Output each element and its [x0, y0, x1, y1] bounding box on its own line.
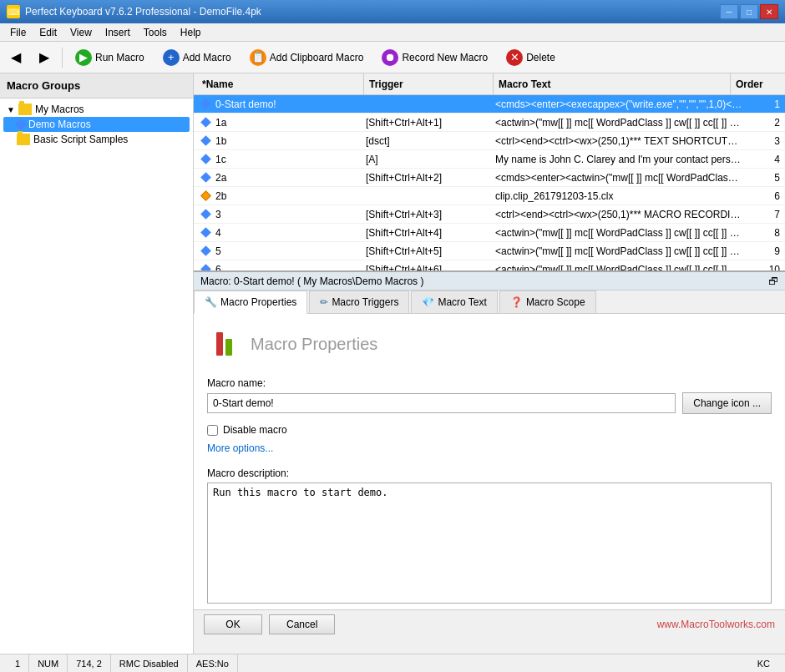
macro-name-7: 4 [215, 227, 221, 239]
delete-button[interactable]: ✕ Delete [499, 46, 563, 69]
macro-order-0: 1 [747, 99, 785, 110]
macro-order-9: 10 [747, 264, 785, 271]
forward-icon: ▶ [39, 49, 49, 65]
sidebar: Macro Groups ▼ My Macros Demo Macros Bas… [0, 73, 194, 654]
forward-button[interactable]: ▶ [32, 46, 57, 68]
menu-help[interactable]: Help [174, 25, 208, 40]
macro-row-3[interactable]: 1c [A] My name is John C. Clarey and I'm… [194, 150, 785, 169]
status-rmc: RMC Disabled [111, 654, 188, 672]
macro-row-0[interactable]: 0-Start demo! <cmds><enter><execappex>("… [194, 95, 785, 114]
panel-content: Macro Properties Macro name: Change icon… [194, 314, 785, 609]
macro-trigger-3: [A] [361, 154, 490, 165]
add-clipboard-icon: 📋 [250, 49, 266, 66]
add-clipboard-label: Add Clipboard Macro [270, 52, 364, 63]
macro-row-2[interactable]: 1b [dsct] <ctrl><end><ctrl><wx>(250,1)**… [194, 132, 785, 150]
macro-trigger-1: [Shift+Ctrl+Alt+1] [361, 117, 490, 129]
bottom-btns-left: OK Cancel [204, 614, 335, 634]
macro-order-7: 8 [747, 227, 785, 239]
menu-insert[interactable]: Insert [99, 25, 137, 40]
app-icon: ⌨ [7, 5, 20, 18]
menu-view[interactable]: View [63, 25, 99, 40]
macro-row-9[interactable]: 6 [Shift+Ctrl+Alt+6] <actwin>("mw[[ ]] m… [194, 260, 785, 270]
tab-macro-text[interactable]: 💎 Macro Text [411, 291, 497, 313]
col-header-order: Order [731, 73, 768, 94]
macro-trigger-2: [dsct] [361, 135, 490, 147]
add-clipboard-button[interactable]: 📋 Add Clipboard Macro [242, 46, 372, 69]
macro-row-5[interactable]: 2b clip.clip_261791203-15.clx 6 [194, 187, 785, 205]
cancel-button[interactable]: Cancel [269, 614, 335, 634]
change-icon-button[interactable]: Change icon ... [682, 392, 772, 414]
macro-text-7: <actwin>("mw[[ ]] mc[[ WordPadClass ]] c… [490, 227, 747, 239]
tree-label-basic-scripts: Basic Script Samples [33, 134, 128, 145]
disable-macro-checkbox[interactable] [207, 425, 218, 436]
sidebar-item-basic-scripts[interactable]: Basic Script Samples [3, 132, 190, 147]
macro-row-6[interactable]: 3 [Shift+Ctrl+Alt+3] <ctrl><end><ctrl><w… [194, 205, 785, 224]
back-icon: ◀ [11, 49, 21, 65]
brand-link[interactable]: www.MacroToolworks.com [657, 619, 775, 630]
macro-list[interactable]: 0-Start demo! <cmds><enter><execappex>("… [194, 95, 785, 270]
macro-order-5: 6 [747, 190, 785, 202]
macro-name-5: 2b [215, 190, 226, 202]
menu-tools[interactable]: Tools [137, 25, 174, 40]
macro-trigger-4: [Shift+Ctrl+Alt+2] [361, 172, 490, 184]
col-header-macrotext: Macro Text [494, 73, 731, 94]
macro-row-7[interactable]: 4 [Shift+Ctrl+Alt+4] <actwin>("mw[[ ]] m… [194, 224, 785, 242]
status-coords: 714, 2 [68, 654, 111, 672]
folder-icon [18, 104, 32, 115]
macro-order-1: 2 [747, 117, 785, 129]
close-button[interactable]: ✕ [760, 4, 778, 19]
record-macro-button[interactable]: ⏺ Record New Macro [374, 46, 495, 69]
macro-text-6: <ctrl><end><ctrl><wx>(250,1)*** MACRO RE… [490, 209, 747, 220]
macro-row-4[interactable]: 2a [Shift+Ctrl+Alt+2] <cmds><enter><actw… [194, 169, 785, 187]
run-macro-label: Run Macro [95, 52, 144, 63]
macro-name-2: 1b [215, 135, 226, 147]
add-macro-button[interactable]: + Add Macro [155, 46, 239, 69]
triggers-tab-icon: ✏ [320, 296, 328, 308]
description-textarea[interactable]: Run this macro to start demo. [207, 483, 772, 604]
maximize-button[interactable]: □ [740, 4, 758, 19]
macro-order-4: 5 [747, 172, 785, 184]
run-macro-button[interactable]: ▶ Run Macro [68, 46, 152, 69]
sidebar-tree: ▼ My Macros Demo Macros Basic Script Sam… [0, 99, 193, 654]
sep1 [62, 48, 63, 68]
ok-button[interactable]: OK [204, 614, 262, 634]
sidebar-item-my-macros[interactable]: ▼ My Macros [3, 102, 190, 117]
sidebar-header: Macro Groups [0, 73, 193, 99]
macro-group-icon [17, 120, 25, 129]
run-macro-icon: ▶ [75, 49, 92, 66]
panel-toggle-icon[interactable]: 🗗 [768, 275, 778, 287]
disable-macro-row: Disable macro [207, 424, 772, 436]
macro-row-1[interactable]: 1a [Shift+Ctrl+Alt+1] <actwin>("mw[[ ]] … [194, 114, 785, 132]
tree-label-my-macros: My Macros [35, 104, 84, 115]
panel-header-text: Macro: 0-Start demo! ( My Macros\Demo Ma… [200, 275, 423, 287]
props-title: Macro Properties [251, 335, 377, 354]
macro-trigger-6: [Shift+Ctrl+Alt+3] [361, 209, 490, 220]
more-options-link[interactable]: More options... [207, 442, 273, 454]
macro-name-section: Macro name: Change icon ... [207, 377, 772, 414]
macro-trigger-8: [Shift+Ctrl+Alt+5] [361, 245, 490, 257]
record-macro-label: Record New Macro [402, 52, 488, 63]
menu-file[interactable]: File [3, 25, 33, 40]
status-bar: 1 NUM 714, 2 RMC Disabled AES:No KC [0, 654, 785, 672]
minimize-button[interactable]: ─ [720, 4, 738, 19]
list-header: *Name Trigger Macro Text Order [194, 73, 785, 95]
macro-name-9: 6 [215, 264, 221, 271]
disable-macro-label: Disable macro [223, 424, 287, 436]
macro-row-8[interactable]: 5 [Shift+Ctrl+Alt+5] <actwin>("mw[[ ]] m… [194, 242, 785, 260]
tab-macro-properties[interactable]: 🔧 Macro Properties [194, 291, 307, 314]
tab-macro-triggers[interactable]: ✏ Macro Triggers [309, 291, 409, 313]
tab-macro-scope[interactable]: ❓ Macro Scope [499, 291, 596, 313]
macro-order-6: 7 [747, 209, 785, 220]
macro-name-4: 2a [215, 172, 226, 184]
macrotext-tab-icon: 💎 [422, 296, 434, 308]
panel-header: Macro: 0-Start demo! ( My Macros\Demo Ma… [194, 272, 785, 291]
macro-name-input[interactable] [207, 393, 676, 413]
tab-properties-label: Macro Properties [220, 296, 296, 308]
sidebar-item-demo-macros[interactable]: Demo Macros [3, 117, 190, 132]
window-controls[interactable]: ─ □ ✕ [720, 4, 778, 19]
tree-label-demo-macros: Demo Macros [28, 119, 91, 130]
status-aes: AES:No [188, 654, 238, 672]
macro-name-row: Change icon ... [207, 392, 772, 414]
back-button[interactable]: ◀ [3, 46, 28, 68]
menu-edit[interactable]: Edit [33, 25, 63, 40]
